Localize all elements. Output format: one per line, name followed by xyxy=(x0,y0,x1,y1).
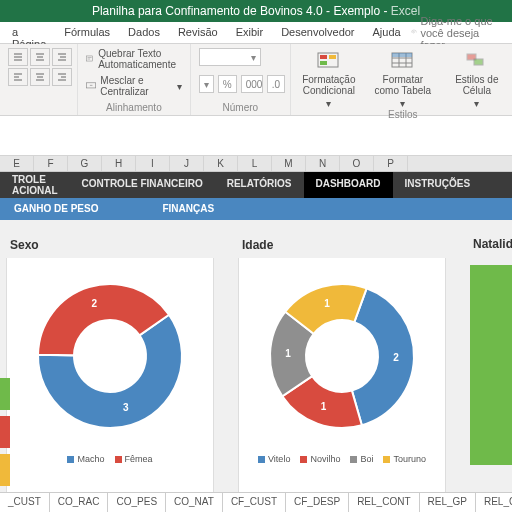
format-table-button[interactable]: Formatar como Tabela ▾ xyxy=(373,50,433,109)
tell-me-search[interactable]: Diga-me o que você deseja fazer xyxy=(411,22,512,43)
column-headers[interactable]: EFGHIJKLMNOP xyxy=(0,156,512,172)
dashboard-area: Sexo 32 MachoFêmea Idade 2111 ViteloNovi… xyxy=(0,220,512,504)
legend-item: Fêmea xyxy=(115,454,153,464)
percent-button[interactable]: % xyxy=(218,75,237,93)
nav-tab[interactable]: RELATÓRIOS xyxy=(215,172,304,198)
dashboard-nav-tabs: TROLEACIONALCONTROLE FINANCEIRORELATÓRIO… xyxy=(0,172,512,198)
currency-button[interactable]: ▾ xyxy=(199,75,214,93)
svg-text:2: 2 xyxy=(91,298,97,309)
legend-item: Boi xyxy=(350,454,373,464)
dashboard-subnav: GANHO DE PESOFINANÇAS xyxy=(0,198,512,220)
svg-rect-1 xyxy=(87,56,93,61)
svg-rect-8 xyxy=(392,53,412,57)
ribbon-tab[interactable]: Dados xyxy=(120,22,170,43)
legend-item: Vitelo xyxy=(258,454,290,464)
svg-text:1: 1 xyxy=(321,401,327,412)
donut-chart-idade: 2111 xyxy=(247,268,437,448)
panel-idade: Idade 2111 ViteloNovilhoBoiTouruno xyxy=(238,232,446,504)
svg-text:3: 3 xyxy=(123,402,129,413)
svg-text:1: 1 xyxy=(285,348,291,359)
nav-tab[interactable]: INSTRUÇÕES xyxy=(393,172,483,198)
sheet-tab[interactable]: CO_NAT xyxy=(166,493,223,512)
merge-center-button[interactable]: Mesclar e Centralizar ▾ xyxy=(86,75,182,97)
align-buttons[interactable] xyxy=(8,48,69,86)
ribbon-tab[interactable]: Exibir xyxy=(228,22,274,43)
ribbon-tabs: a PáginaFórmulasDadosRevisãoExibirDesenv… xyxy=(0,22,512,44)
sheet-tab[interactable]: _CUST xyxy=(0,493,50,512)
svg-rect-10 xyxy=(474,59,483,65)
ribbon-tab[interactable]: Ajuda xyxy=(365,22,411,43)
subnav-item[interactable]: GANHO DE PESO xyxy=(0,198,112,220)
inc-dec-button[interactable]: .0 xyxy=(267,75,285,93)
conditional-format-button[interactable]: Formatação Condicional ▾ xyxy=(299,50,359,109)
sheet-tab[interactable]: REL_GAST xyxy=(476,493,512,512)
sheet-tab[interactable]: CO_PES xyxy=(108,493,166,512)
side-color-chips xyxy=(0,378,10,486)
donut-chart-sexo: 32 xyxy=(15,268,205,448)
svg-text:1: 1 xyxy=(324,298,330,309)
svg-rect-6 xyxy=(320,61,327,65)
formula-bar-area xyxy=(0,116,512,156)
ribbon-tab[interactable]: Desenvolvedor xyxy=(273,22,364,43)
svg-text:2: 2 xyxy=(393,352,399,363)
legend-item: Touruno xyxy=(383,454,426,464)
cell-styles-button[interactable]: Estilos de Célula ▾ xyxy=(447,50,507,109)
nav-tab[interactable]: DASHBOARD xyxy=(304,172,393,198)
sheet-tab[interactable]: CF_DESP xyxy=(286,493,349,512)
sheet-tab[interactable]: REL_CONT xyxy=(349,493,419,512)
worksheet-tabs: _CUSTCO_RACCO_PESCO_NATCF_CUSTCF_DESPREL… xyxy=(0,492,512,512)
sheet-tab[interactable]: CF_CUST xyxy=(223,493,286,512)
group-label-styles: Estilos xyxy=(299,109,507,120)
ribbon-tab[interactable]: Fórmulas xyxy=(56,22,120,43)
panel-title-sexo: Sexo xyxy=(6,232,214,258)
svg-point-0 xyxy=(412,31,414,33)
group-label-align: Alinhamento xyxy=(86,102,182,113)
panel-title-nat: Natalid xyxy=(469,231,512,257)
panel-natalidade: Natalid xyxy=(470,232,512,504)
ribbon-tab[interactable]: a Página xyxy=(4,22,56,43)
svg-rect-4 xyxy=(320,55,327,59)
ribbon: Quebrar Texto Automaticamente Mesclar e … xyxy=(0,44,512,116)
nav-tab[interactable]: TROLEACIONAL xyxy=(0,172,70,198)
number-format-dropdown[interactable]: ▾ xyxy=(199,48,261,66)
nav-tab[interactable]: CONTROLE FINANCEIRO xyxy=(70,172,215,198)
comma-button[interactable]: 000 xyxy=(241,75,263,93)
sheet-tab[interactable]: CO_RAC xyxy=(50,493,109,512)
subnav-item[interactable]: FINANÇAS xyxy=(148,198,228,220)
legend-item: Macho xyxy=(67,454,104,464)
sheet-tab[interactable]: REL_GP xyxy=(420,493,476,512)
ribbon-tab[interactable]: Revisão xyxy=(170,22,228,43)
wrap-text-button[interactable]: Quebrar Texto Automaticamente xyxy=(86,48,182,70)
group-label-number: Número xyxy=(199,102,282,113)
panel-sexo: Sexo 32 MachoFêmea xyxy=(6,232,214,504)
svg-rect-5 xyxy=(329,55,336,59)
panel-title-idade: Idade xyxy=(238,232,446,258)
legend-item: Novilho xyxy=(300,454,340,464)
